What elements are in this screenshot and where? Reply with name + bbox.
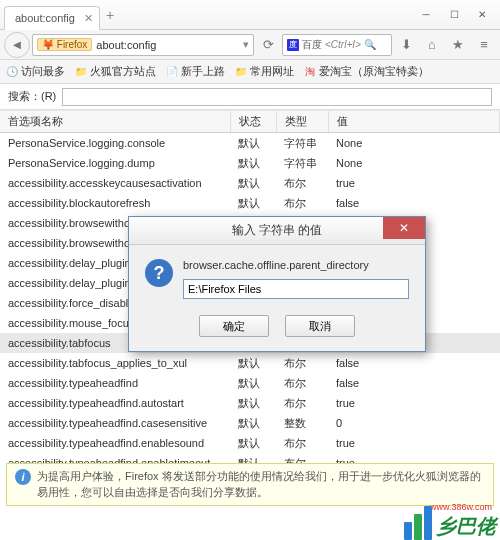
table-row[interactable]: PersonaService.logging.dump默认字符串None xyxy=(0,153,500,173)
back-button[interactable]: ◄ xyxy=(4,32,30,58)
watermark-logo-icon xyxy=(404,506,432,540)
bookmark-icon: 📄 xyxy=(166,66,178,78)
table-row[interactable]: PersonaService.logging.console默认字符串None xyxy=(0,133,500,154)
filter-input[interactable] xyxy=(62,88,492,106)
table-row[interactable]: accessibility.tabfocus_applies_to_xul默认布… xyxy=(0,353,500,373)
cell-value: None xyxy=(328,153,500,173)
search-box[interactable]: 度 百度 <Ctrl+I> 🔍 xyxy=(282,34,392,56)
col-name[interactable]: 首选项名称 xyxy=(0,111,230,133)
table-row[interactable]: accessibility.accesskeycausesactivation默… xyxy=(0,173,500,193)
cell-value: false xyxy=(328,193,500,213)
info-text: 为提高用户体验，Firefox 将发送部分功能的使用情况给我们，用于进一步优化火… xyxy=(37,469,485,500)
bookmark-item[interactable]: 淘爱淘宝（原淘宝特卖） xyxy=(304,64,429,79)
search-placeholder: <Ctrl+I> xyxy=(325,39,361,50)
maximize-button[interactable]: ☐ xyxy=(440,5,468,25)
table-row[interactable]: accessibility.typeaheadfind.casesensitiv… xyxy=(0,413,500,433)
cell-status: 默认 xyxy=(230,153,276,173)
cell-status: 默认 xyxy=(230,373,276,393)
tab-title: about:config xyxy=(15,12,75,24)
cell-name: accessibility.typeaheadfind.casesensitiv… xyxy=(0,413,230,433)
cell-status: 默认 xyxy=(230,393,276,413)
home-button[interactable]: ⌂ xyxy=(420,34,444,56)
cell-status: 默认 xyxy=(230,173,276,193)
bookmark-icon: 淘 xyxy=(304,66,316,78)
dialog-input[interactable] xyxy=(183,279,409,299)
dialog-title: 输入 字符串 的值 xyxy=(232,222,323,239)
cell-status: 默认 xyxy=(230,353,276,373)
cell-name: accessibility.accesskeycausesactivation xyxy=(0,173,230,193)
cell-name: accessibility.tabfocus_applies_to_xul xyxy=(0,353,230,373)
cell-value: true xyxy=(328,173,500,193)
bookmark-item[interactable]: 📄新手上路 xyxy=(166,64,225,79)
dialog-close-button[interactable]: ✕ xyxy=(383,217,425,239)
cell-name: PersonaService.logging.dump xyxy=(0,153,230,173)
close-button[interactable]: ✕ xyxy=(468,5,496,25)
table-row[interactable]: accessibility.typeaheadfind.autostart默认布… xyxy=(0,393,500,413)
reload-button[interactable]: ⟳ xyxy=(256,34,280,56)
cell-type: 布尔 xyxy=(276,373,328,393)
titlebar: about:config ✕ + ─ ☐ ✕ xyxy=(0,0,500,30)
cell-value: false xyxy=(328,353,500,373)
cell-value: false xyxy=(328,373,500,393)
cell-status: 默认 xyxy=(230,433,276,453)
cell-status: 默认 xyxy=(230,133,276,154)
cell-name: accessibility.typeaheadfind.autostart xyxy=(0,393,230,413)
cell-type: 整数 xyxy=(276,413,328,433)
cell-name: accessibility.typeaheadfind.enablesound xyxy=(0,433,230,453)
bookmark-item[interactable]: 🕓访问最多 xyxy=(6,64,65,79)
bookmark-icon: 📁 xyxy=(235,66,247,78)
col-type[interactable]: 类型 xyxy=(276,111,328,133)
identity-badge[interactable]: 🦊 Firefox xyxy=(37,38,92,51)
tab-close-icon[interactable]: ✕ xyxy=(84,12,93,25)
cancel-button[interactable]: 取消 xyxy=(285,315,355,337)
dialog-titlebar[interactable]: 输入 字符串 的值 ✕ xyxy=(129,217,425,245)
info-bar: i 为提高用户体验，Firefox 将发送部分功能的使用情况给我们，用于进一步优… xyxy=(6,463,494,506)
cell-name: PersonaService.logging.console xyxy=(0,133,230,154)
bookmarks-bar: 🕓访问最多📁火狐官方站点📄新手上路📁常用网址淘爱淘宝（原淘宝特卖） xyxy=(0,60,500,84)
table-row[interactable]: accessibility.typeaheadfind默认布尔false xyxy=(0,373,500,393)
menu-button[interactable]: ≡ xyxy=(472,34,496,56)
table-row[interactable]: accessibility.blockautorefresh默认布尔false xyxy=(0,193,500,213)
cell-name: accessibility.blockautorefresh xyxy=(0,193,230,213)
col-status[interactable]: 状态 xyxy=(230,111,276,133)
bookmark-label: 访问最多 xyxy=(21,64,65,79)
dropdown-icon[interactable]: ▾ xyxy=(243,38,249,51)
bookmark-icon: 📁 xyxy=(75,66,87,78)
info-icon: i xyxy=(15,469,31,485)
cell-status: 默认 xyxy=(230,413,276,433)
col-value[interactable]: 值 xyxy=(328,111,500,133)
new-tab-button[interactable]: + xyxy=(106,7,114,23)
cell-value: true xyxy=(328,393,500,413)
browser-tab[interactable]: about:config ✕ xyxy=(4,6,100,30)
search-go-icon[interactable]: 🔍 xyxy=(364,39,376,50)
downloads-button[interactable]: ⬇ xyxy=(394,34,418,56)
cell-type: 布尔 xyxy=(276,433,328,453)
table-row[interactable]: accessibility.typeaheadfind.enablesound默… xyxy=(0,433,500,453)
cell-value: 0 xyxy=(328,413,500,433)
cell-type: 字符串 xyxy=(276,133,328,154)
cell-type: 布尔 xyxy=(276,193,328,213)
url-box[interactable]: 🦊 Firefox about:config ▾ xyxy=(32,34,254,56)
watermark-text: 乡巴佬 xyxy=(436,513,496,540)
cell-type: 布尔 xyxy=(276,393,328,413)
filter-row: 搜索：(R) xyxy=(0,84,500,110)
bookmark-label: 爱淘宝（原淘宝特卖） xyxy=(319,64,429,79)
bookmark-label: 常用网址 xyxy=(250,64,294,79)
dialog-label: browser.cache.offline.parent_directory xyxy=(183,259,409,271)
input-dialog: 输入 字符串 的值 ✕ ? browser.cache.offline.pare… xyxy=(128,216,426,352)
minimize-button[interactable]: ─ xyxy=(412,5,440,25)
search-engine-label: 百度 xyxy=(302,38,322,52)
url-text: about:config xyxy=(96,39,239,51)
cell-value: true xyxy=(328,433,500,453)
bookmark-item[interactable]: 📁常用网址 xyxy=(235,64,294,79)
cell-name: accessibility.typeaheadfind xyxy=(0,373,230,393)
search-engine-icon: 度 xyxy=(287,39,299,51)
ok-button[interactable]: 确定 xyxy=(199,315,269,337)
question-icon: ? xyxy=(145,259,173,287)
bookmarks-menu-button[interactable]: ★ xyxy=(446,34,470,56)
cell-value: None xyxy=(328,133,500,154)
window-controls: ─ ☐ ✕ xyxy=(412,5,496,25)
bookmark-label: 火狐官方站点 xyxy=(90,64,156,79)
cell-type: 布尔 xyxy=(276,173,328,193)
bookmark-item[interactable]: 📁火狐官方站点 xyxy=(75,64,156,79)
